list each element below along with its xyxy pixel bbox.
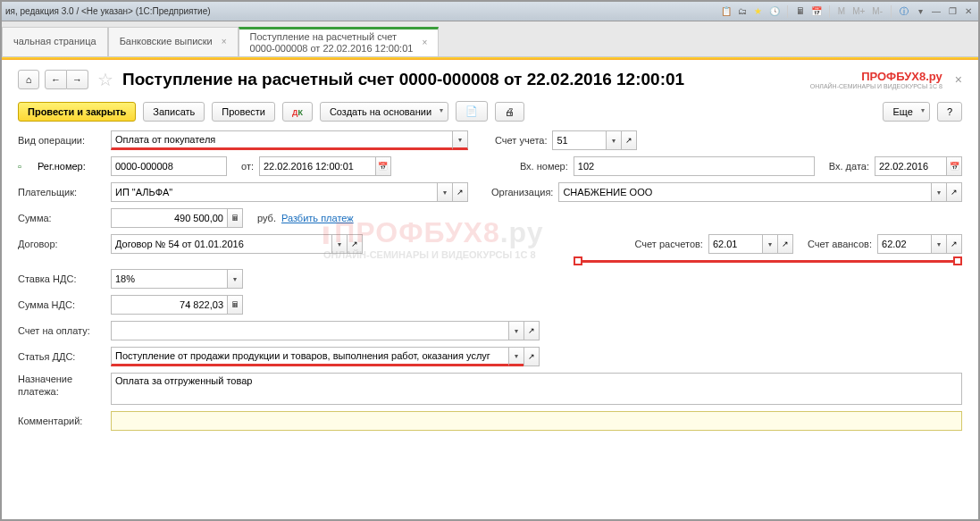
label-vat-sum: Сумма НДС: (18, 299, 105, 310)
handle-icon (953, 256, 962, 265)
home-button[interactable]: ⌂ (18, 70, 39, 89)
payer-input[interactable] (111, 182, 437, 202)
page-title: Поступление на расчетный счет 0000-00000… (122, 70, 805, 89)
dropdown-icon[interactable]: ▾ (331, 234, 348, 254)
dropdown-icon[interactable]: ▾ (606, 130, 622, 150)
open-icon[interactable]: ↗ (347, 234, 363, 254)
tool-icon[interactable]: 📋 (720, 5, 733, 18)
label-rub: руб. (257, 213, 276, 223)
label-op: Вид операции: (18, 135, 105, 146)
label-reg: Рег.номер: (38, 161, 105, 172)
minimize-icon[interactable]: — (930, 5, 942, 18)
title-bar: ия, редакция 3.0 / <Не указан> (1С:Предп… (2, 2, 978, 21)
label-acc-calc: Счет расчетов: (635, 239, 703, 249)
in-no-input[interactable] (574, 156, 815, 176)
calc-icon[interactable]: 🖩 (227, 295, 243, 315)
calc-icon[interactable]: 🖩 (227, 208, 243, 228)
open-icon[interactable]: ↗ (621, 130, 637, 150)
mplus-indicator: M+ (852, 6, 865, 16)
split-link[interactable]: Разбить платеж (281, 213, 354, 223)
status-icon: ▫ (18, 161, 32, 172)
dropdown-icon[interactable]: ▾ (914, 5, 926, 18)
calendar-icon[interactable]: 📅 (810, 5, 823, 18)
in-date-input[interactable] (875, 156, 946, 176)
dropdown-icon[interactable]: ▾ (931, 182, 947, 202)
attach-button[interactable]: 📄 (456, 101, 488, 122)
star-icon[interactable]: ☆ (94, 69, 117, 90)
help-button[interactable]: ? (937, 102, 962, 122)
open-icon[interactable]: ↗ (452, 182, 468, 202)
acc-adv-input[interactable] (877, 234, 931, 254)
create-based-button[interactable]: Создать на основании (320, 102, 448, 122)
tab-bank[interactable]: Банковские выписки× (108, 27, 239, 56)
label-in-date: Вх. дата: (829, 161, 869, 172)
label-in-no: Вх. номер: (520, 161, 568, 172)
dds-input[interactable] (111, 347, 508, 366)
dropdown-icon[interactable]: ▾ (452, 130, 468, 150)
open-icon[interactable]: ↗ (524, 347, 540, 366)
acc-calc-input[interactable] (708, 234, 762, 254)
account-input[interactable] (552, 130, 606, 150)
vat-sum-input[interactable] (111, 295, 227, 315)
open-icon[interactable]: ↗ (946, 182, 962, 202)
info-icon[interactable]: ⓘ (898, 5, 910, 18)
dropdown-icon[interactable]: ▾ (437, 182, 453, 202)
open-icon[interactable]: ↗ (946, 234, 962, 254)
print-button[interactable]: 🖨 (495, 102, 524, 122)
tab-current[interactable]: Поступление на расчетный счет 0000-00000… (239, 27, 440, 56)
post-button[interactable]: Провести (212, 102, 275, 122)
maximize-icon[interactable]: ❐ (946, 5, 959, 18)
more-button[interactable]: Еще (883, 102, 929, 122)
invoice-input[interactable] (111, 321, 508, 340)
label-sum: Сумма: (18, 213, 105, 223)
from-date-input[interactable] (259, 156, 375, 176)
commit-button[interactable]: Провести и закрыть (18, 102, 136, 122)
toolbar: Провести и закрыть Записать Провести ДК … (18, 101, 962, 122)
dropdown-icon[interactable]: ▾ (508, 347, 524, 366)
logo: ПРОФБУХ8.ру ОНЛАЙН-СЕМИНАРЫ И ВИДЕОКУРСЫ… (810, 70, 942, 89)
op-type-input[interactable] (111, 130, 452, 150)
history-icon[interactable]: 🕓 (768, 5, 781, 18)
title-text: ия, редакция 3.0 / <Не указан> (1С:Предп… (5, 6, 211, 16)
close-icon[interactable]: × (222, 37, 227, 47)
dtkt-button[interactable]: ДК (282, 102, 313, 122)
label-payer: Плательщик: (18, 187, 105, 197)
sum-input[interactable] (111, 208, 227, 228)
titlebar-tools: 📋 🗂 ★ 🕓 🖩 📅 M M+ M- ⓘ ▾ — ❐ ✕ (720, 5, 975, 18)
tab-start[interactable]: чальная страница (2, 27, 108, 56)
close-icon[interactable]: × (422, 38, 427, 48)
label-comment: Комментарий: (18, 416, 105, 426)
dropdown-icon[interactable]: ▾ (931, 234, 947, 254)
save-button[interactable]: Записать (143, 102, 205, 122)
reg-no-input[interactable] (111, 156, 227, 176)
org-input[interactable] (558, 182, 931, 202)
label-contract: Договор: (18, 239, 105, 249)
close-icon[interactable]: ✕ (962, 5, 975, 18)
close-icon[interactable]: × (955, 72, 962, 87)
forward-button[interactable]: → (67, 70, 88, 89)
calc-icon[interactable]: 🖩 (794, 5, 807, 18)
label-dds: Статья ДДС: (18, 351, 105, 362)
tool-icon[interactable]: 🗂 (736, 5, 749, 18)
handle-icon (574, 256, 582, 265)
vat-rate-input[interactable] (111, 269, 227, 289)
dropdown-icon[interactable]: ▾ (508, 321, 524, 340)
open-icon[interactable]: ↗ (524, 321, 540, 340)
back-button[interactable]: ← (45, 70, 67, 89)
label-purpose: Назначение платежа: (18, 373, 105, 399)
comment-input[interactable] (111, 411, 962, 431)
label-org: Организация: (491, 187, 553, 197)
label-vat-rate: Ставка НДС: (18, 273, 105, 284)
dropdown-icon[interactable]: ▾ (227, 269, 243, 289)
calendar-icon[interactable]: 📅 (375, 156, 391, 176)
label-from: от: (241, 161, 254, 172)
contract-input[interactable] (111, 234, 331, 254)
open-icon[interactable]: ↗ (777, 234, 793, 254)
fav-icon[interactable]: ★ (752, 5, 765, 18)
window-tabs: чальная страница Банковские выписки× Пос… (2, 21, 978, 57)
header-row: ⌂ ← → ☆ Поступление на расчетный счет 00… (18, 69, 962, 90)
calendar-icon[interactable]: 📅 (946, 156, 962, 176)
m-indicator: M (838, 6, 845, 16)
dropdown-icon[interactable]: ▾ (762, 234, 778, 254)
purpose-input[interactable] (111, 373, 962, 405)
